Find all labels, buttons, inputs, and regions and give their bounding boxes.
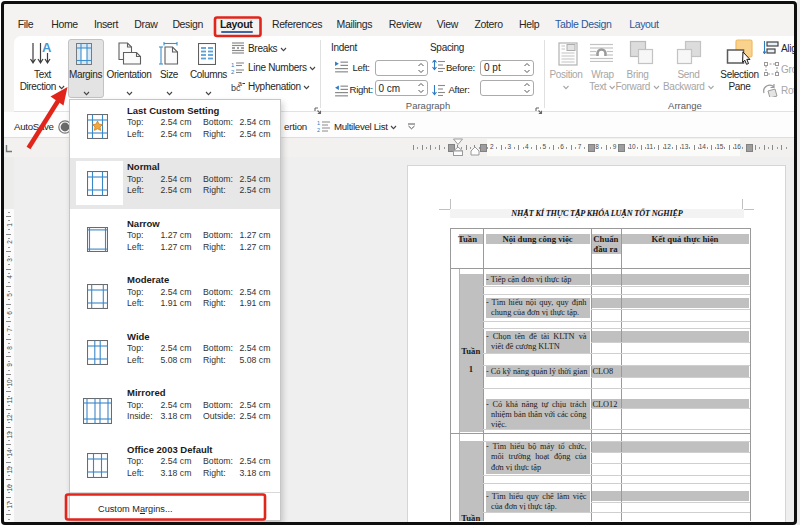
svg-text:2: 2	[231, 69, 235, 75]
svg-text:1: 1	[317, 120, 320, 126]
svg-text:a: a	[238, 80, 242, 87]
svg-text:A: A	[42, 40, 52, 55]
svg-text:1: 1	[231, 62, 235, 68]
svg-text:2: 2	[317, 127, 320, 133]
